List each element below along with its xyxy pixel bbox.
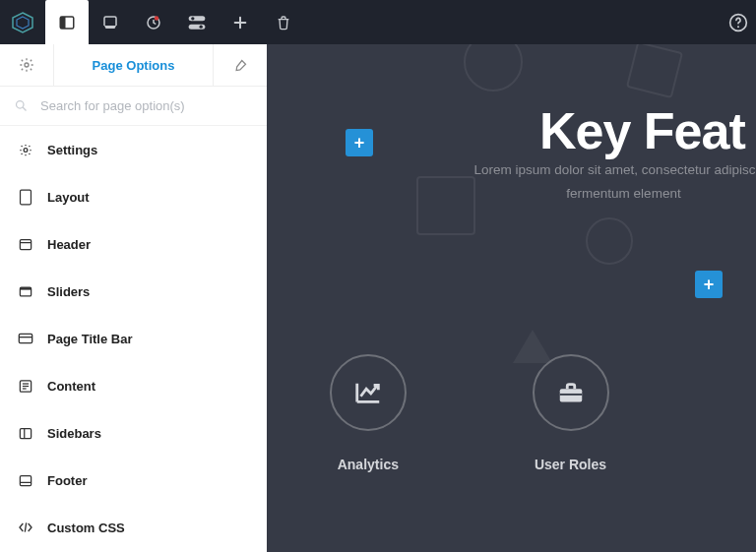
toggles-button[interactable]: [175, 0, 219, 44]
feature-realtime[interactable]: Re: [730, 354, 756, 472]
brush-icon: [233, 58, 248, 73]
settings-icon: [18, 143, 33, 157]
section-title: Key Feat: [539, 101, 745, 160]
analytics-icon: [330, 354, 407, 431]
option-label: Header: [47, 237, 91, 252]
trash-button[interactable]: [262, 0, 305, 44]
titlebar-icon: [18, 333, 33, 344]
header-icon: [18, 237, 33, 252]
svg-point-5: [155, 16, 159, 21]
footer-icon: [18, 473, 33, 488]
option-label: Sliders: [47, 284, 90, 299]
option-layout[interactable]: Layout: [0, 173, 267, 220]
code-icon: [18, 521, 33, 534]
deco-circle-icon: [586, 217, 633, 265]
gear-icon: [19, 57, 34, 73]
svg-rect-26: [20, 428, 31, 438]
option-label: Page Title Bar: [47, 332, 132, 346]
svg-point-11: [737, 26, 739, 28]
tab-page-options[interactable]: Page Options: [53, 44, 214, 86]
briefcase-icon: [533, 354, 609, 431]
page-options-sidebar: Page Options Settings Layout Header: [0, 44, 267, 552]
svg-point-12: [25, 63, 29, 67]
option-page-title-bar[interactable]: Page Title Bar: [0, 315, 267, 362]
layout-icon: [18, 189, 33, 206]
search-icon: [14, 98, 29, 113]
option-label: Footer: [47, 473, 87, 488]
deco-square-icon: [626, 44, 683, 98]
svg-rect-3: [60, 17, 65, 29]
search-row: [0, 87, 267, 126]
options-list: Settings Layout Header Sliders Page Titl…: [0, 126, 267, 552]
option-label: Sidebars: [47, 426, 101, 441]
svg-point-13: [17, 101, 25, 109]
option-label: Settings: [47, 143, 97, 157]
svg-marker-1: [17, 17, 29, 29]
sliders-icon: [18, 284, 33, 299]
svg-marker-0: [13, 13, 32, 32]
sidebars-icon: [18, 426, 33, 441]
svg-point-7: [191, 17, 194, 20]
option-sliders[interactable]: Sliders: [0, 268, 267, 315]
option-header[interactable]: Header: [0, 220, 267, 268]
option-custom-css[interactable]: Custom CSS: [0, 504, 267, 551]
svg-point-14: [24, 148, 28, 152]
add-element-button[interactable]: +: [695, 271, 723, 298]
feature-row: Analytics User Roles Re: [326, 354, 756, 472]
svg-rect-19: [20, 287, 31, 290]
content-icon: [18, 379, 33, 394]
tab-settings[interactable]: [0, 44, 53, 86]
svg-point-9: [200, 25, 203, 28]
section-subtitle: Lorem ipsum dolor sit amet, consectetur …: [452, 158, 756, 207]
svg-rect-20: [19, 334, 32, 342]
feature-label: User Roles: [535, 457, 606, 472]
option-content[interactable]: Content: [0, 362, 267, 409]
top-toolbar: [0, 0, 756, 44]
option-settings[interactable]: Settings: [0, 126, 267, 173]
panel-toggle-button[interactable]: [45, 0, 89, 44]
tab-styling[interactable]: [214, 44, 267, 86]
option-label: Content: [47, 379, 95, 394]
option-footer[interactable]: Footer: [0, 457, 267, 504]
sidebar-tabs: Page Options: [0, 44, 267, 87]
option-sidebars[interactable]: Sidebars: [0, 409, 267, 457]
toolbar-add-button[interactable]: [219, 0, 262, 44]
tab-label: Page Options: [93, 58, 175, 73]
feature-user-roles[interactable]: User Roles: [529, 354, 613, 472]
history-button[interactable]: [132, 0, 175, 44]
add-section-button[interactable]: +: [346, 129, 373, 156]
help-icon[interactable]: [721, 0, 756, 44]
svg-rect-28: [20, 475, 31, 485]
feature-label: Analytics: [338, 457, 399, 472]
deco-circle-icon: [464, 44, 523, 92]
plus-icon: +: [354, 133, 365, 153]
feature-analytics[interactable]: Analytics: [326, 354, 410, 472]
page-canvas[interactable]: + Key Feat Lorem ipsum dolor sit amet, c…: [267, 44, 756, 552]
svg-rect-15: [21, 190, 32, 205]
option-label: Custom CSS: [47, 521, 125, 535]
option-label: Layout: [47, 190, 90, 205]
app-logo-icon: [0, 0, 45, 44]
plus-icon: +: [704, 275, 715, 295]
svg-rect-16: [20, 239, 31, 249]
search-input[interactable]: [40, 98, 253, 113]
disk-button[interactable]: [89, 0, 132, 44]
